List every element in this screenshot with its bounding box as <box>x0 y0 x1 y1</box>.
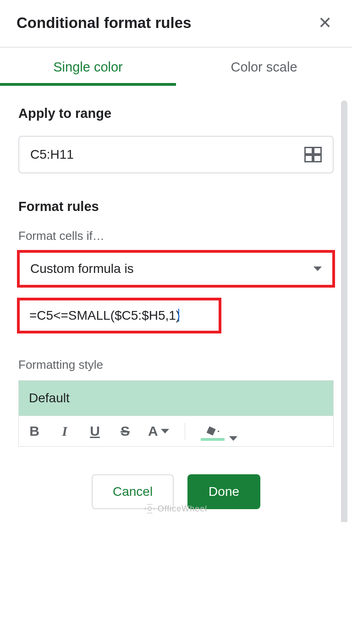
watermark: OfficeWheel <box>145 504 208 514</box>
style-preview-text: Default <box>29 391 70 405</box>
condition-dropdown[interactable]: Custom formula is <box>18 251 334 286</box>
italic-button[interactable]: I <box>57 423 72 439</box>
paint-bucket-icon: ◆. <box>204 420 221 439</box>
tab-single-color-label: Single color <box>53 60 123 74</box>
format-cells-if-label: Format cells if… <box>18 229 334 243</box>
chevron-down-icon <box>161 429 169 433</box>
formatting-style-label: Formatting style <box>18 358 334 372</box>
cancel-button-label: Cancel <box>113 484 153 499</box>
close-icon[interactable]: ✕ <box>314 13 336 33</box>
fill-color-swatch <box>201 438 225 441</box>
bold-button[interactable]: B <box>27 423 42 439</box>
done-button-label: Done <box>209 484 239 499</box>
page-title: Conditional format rules <box>16 14 191 32</box>
tab-color-scale-label: Color scale <box>231 60 297 74</box>
logo-icon <box>145 504 155 514</box>
titlebar: Conditional format rules ✕ <box>0 0 352 48</box>
footer: Cancel Done OfficeWheel <box>18 447 334 522</box>
formula-value: =C5<=SMALL($C5:$H5,1) <box>29 308 180 322</box>
tabs: Single color Color scale <box>0 48 352 86</box>
select-range-icon[interactable] <box>304 147 322 162</box>
tab-color-scale[interactable]: Color scale <box>176 48 352 86</box>
apply-to-range-heading: Apply to range <box>18 106 334 121</box>
watermark-text: OfficeWheel <box>158 504 208 514</box>
fill-color-button[interactable]: ◆. <box>201 422 237 441</box>
scrollbar[interactable] <box>341 100 347 522</box>
toolbar-divider <box>185 423 185 439</box>
range-value: C5:H11 <box>30 147 74 162</box>
formula-input[interactable]: =C5<=SMALL($C5:$H5,1) <box>18 299 220 332</box>
chevron-down-icon <box>229 436 237 441</box>
text-color-button[interactable]: A <box>148 423 169 439</box>
style-toolbar: B I U S A ◆. <box>18 416 334 447</box>
formatting-style-section: Formatting style Default B I U S A ◆. <box>18 358 334 447</box>
text-cursor <box>178 309 179 322</box>
condition-value: Custom formula is <box>30 261 134 276</box>
tab-single-color[interactable]: Single color <box>0 48 176 86</box>
strikethrough-button[interactable]: S <box>118 423 132 439</box>
style-preview[interactable]: Default <box>18 380 334 416</box>
underline-button[interactable]: U <box>88 423 102 439</box>
chevron-down-icon <box>314 266 322 271</box>
format-rules-heading: Format rules <box>18 199 334 214</box>
conditional-format-panel: Conditional format rules ✕ Single color … <box>0 0 352 522</box>
range-input[interactable]: C5:H11 <box>18 136 334 173</box>
scrollarea: Apply to range C5:H11 Format rules Forma… <box>0 86 352 522</box>
